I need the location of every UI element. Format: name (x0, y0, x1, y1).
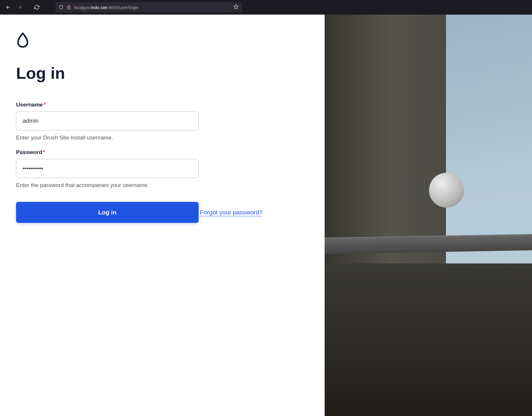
login-button[interactable]: Log in (16, 202, 199, 223)
page-title: Log in (16, 64, 307, 83)
insecure-icon (66, 5, 71, 10)
svg-marker-2 (234, 5, 238, 9)
required-indicator: * (43, 149, 45, 155)
password-label: Password* (16, 149, 307, 155)
url-bar[interactable]: localgov.lndo.site:8000/user/login (55, 2, 242, 13)
username-help: Enter your Drush Site-Install username. (16, 134, 307, 141)
forgot-password-link[interactable]: Forgot your password? (200, 209, 262, 216)
url-text: localgov.lndo.site:8000/user/login (74, 5, 139, 10)
browser-toolbar: localgov.lndo.site:8000/user/login (0, 0, 532, 15)
forward-button[interactable] (15, 3, 24, 12)
password-input[interactable] (16, 159, 199, 178)
bookmark-star-icon[interactable] (233, 4, 239, 11)
login-pane: Log in Username* Enter your Drush Site-I… (0, 15, 325, 416)
password-help: Enter the password that accompanies your… (16, 182, 307, 188)
username-label: Username* (16, 102, 307, 108)
back-button[interactable] (4, 3, 13, 12)
site-logo-icon (16, 32, 307, 49)
shield-icon (59, 5, 64, 10)
username-input[interactable] (16, 111, 199, 130)
hero-image (325, 15, 532, 416)
required-indicator: * (43, 102, 46, 108)
reload-button[interactable] (32, 3, 41, 12)
